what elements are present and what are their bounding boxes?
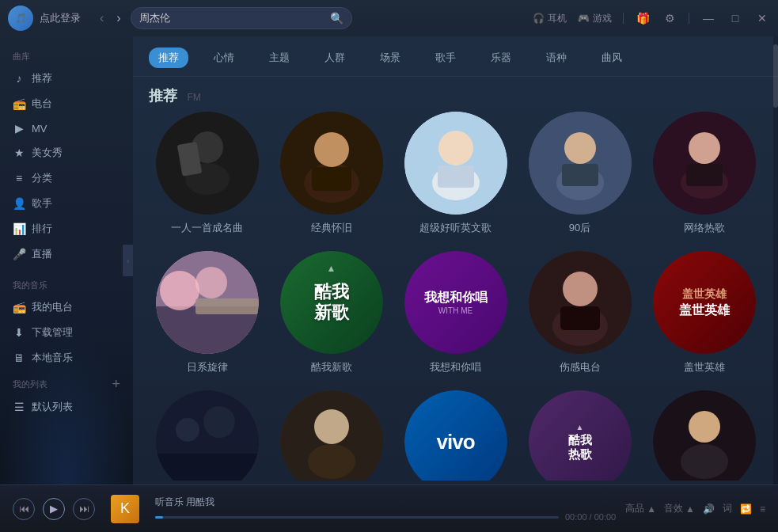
mv-icon: ▶ bbox=[13, 122, 25, 135]
circle-img-13: vivo bbox=[404, 390, 507, 481]
quality-btn[interactable]: 高品 ▲ bbox=[625, 502, 656, 515]
nav-forward-btn[interactable]: › bbox=[113, 8, 123, 28]
svg-point-14 bbox=[564, 132, 596, 164]
item-label-9: 伤感电台 bbox=[560, 360, 601, 374]
default-list-label: 默认列表 bbox=[32, 400, 73, 414]
grid-item-8[interactable]: 我想和你唱 WITH ME 我想和你唱 bbox=[397, 251, 514, 374]
sidebar-item-local[interactable]: 🖥 本地音乐 bbox=[0, 345, 133, 370]
sidebar-item-radio[interactable]: 📻 电台 bbox=[0, 91, 133, 116]
sidebar-item-mv[interactable]: ▶ MV bbox=[0, 116, 133, 140]
loop-btn[interactable]: 🔁 bbox=[740, 504, 752, 515]
svg-rect-11 bbox=[438, 165, 474, 188]
headphone-label: 耳机 bbox=[548, 12, 567, 25]
sidebar-item-live[interactable]: 🎤 直播 bbox=[0, 241, 133, 267]
sound-effect-btn[interactable]: 音效 ▲ bbox=[664, 502, 695, 515]
svg-point-6 bbox=[314, 132, 349, 167]
tab-scene[interactable]: 场景 bbox=[370, 48, 410, 68]
grid-item-13[interactable]: vivo bbox=[397, 390, 514, 481]
grid-row-1: 一人一首成名曲 经典怀旧 bbox=[141, 112, 770, 235]
gift-btn[interactable]: 🎁 bbox=[635, 10, 651, 26]
item-label-3: 超级好听英文歌 bbox=[419, 221, 491, 235]
my-radio-label: 我的电台 bbox=[32, 300, 73, 314]
volume-btn[interactable]: 🔊 bbox=[703, 504, 715, 515]
svg-rect-19 bbox=[686, 164, 723, 186]
recommend-icon: ♪ bbox=[13, 72, 25, 85]
player-bar: ⏮ ▶ ⏭ K 听音乐 用酷我 00:00 / 00:00 高品 ▲ 音效 ▲ … bbox=[0, 484, 778, 532]
quality-chevron: ▲ bbox=[647, 504, 656, 515]
playlist-btn[interactable]: ≡ bbox=[760, 504, 765, 515]
search-icon[interactable]: 🔍 bbox=[330, 12, 343, 25]
grid-item-1[interactable]: 一人一首成名曲 bbox=[149, 112, 265, 235]
download-icon: ⬇ bbox=[13, 326, 25, 339]
nav-back-btn[interactable]: ‹ bbox=[97, 8, 107, 28]
section-title: 推荐 bbox=[149, 88, 177, 104]
sidebar-item-chart[interactable]: 📊 排行 bbox=[0, 216, 133, 241]
circle-img-11 bbox=[156, 390, 259, 481]
svg-point-22 bbox=[160, 271, 199, 310]
grid-item-12[interactable] bbox=[273, 390, 389, 481]
grid-item-15[interactable] bbox=[646, 390, 762, 481]
scrollbar-track[interactable] bbox=[773, 36, 778, 484]
grid-row-2: 日系旋律 酷我 新歌 ▲ 酷我新歌 bbox=[141, 251, 770, 374]
svg-rect-7 bbox=[312, 167, 351, 191]
progress-bar[interactable] bbox=[155, 516, 559, 519]
circle-img-12 bbox=[280, 390, 383, 481]
my-radio-icon: 📻 bbox=[13, 301, 25, 314]
grid-item-6[interactable]: 日系旋律 bbox=[149, 251, 265, 374]
svg-point-31 bbox=[203, 406, 235, 438]
tab-recommend[interactable]: 推荐 bbox=[149, 48, 188, 68]
lyrics-btn[interactable]: 词 bbox=[723, 502, 732, 515]
tab-mood[interactable]: 心情 bbox=[204, 48, 244, 68]
tab-theme[interactable]: 主题 bbox=[260, 48, 299, 68]
grid-item-11[interactable] bbox=[149, 390, 265, 481]
grid-item-5[interactable]: 网络热歌 bbox=[646, 112, 762, 235]
next-btn[interactable]: ⏭ bbox=[73, 498, 95, 520]
minimize-btn[interactable]: — bbox=[700, 10, 716, 26]
item-label-5: 网络热歌 bbox=[684, 221, 725, 235]
section-header: 推荐 FM bbox=[133, 77, 778, 112]
sidebar-collapse-btn[interactable]: ‹ bbox=[123, 245, 133, 276]
svg-point-38 bbox=[689, 411, 720, 443]
playlist-icon: ≡ bbox=[760, 504, 765, 515]
grid-item-2[interactable]: 经典怀旧 bbox=[273, 112, 389, 235]
grid-item-3[interactable]: 超级好听英文歌 bbox=[397, 112, 514, 235]
tab-instrument[interactable]: 乐器 bbox=[481, 48, 521, 68]
maximize-btn[interactable]: □ bbox=[727, 10, 743, 26]
headphone-group[interactable]: 🎧 耳机 bbox=[533, 12, 567, 25]
grid-item-9[interactable]: 伤感电台 bbox=[522, 251, 638, 374]
headphone-icon: 🎧 bbox=[533, 13, 545, 24]
tab-genre[interactable]: 语种 bbox=[537, 48, 576, 68]
grid-item-7[interactable]: 酷我 新歌 ▲ 酷我新歌 bbox=[273, 251, 389, 374]
title-bar-right: 🎧 耳机 🎮 游戏 🎁 ⚙ — □ ✕ bbox=[533, 10, 770, 26]
tab-style[interactable]: 曲风 bbox=[592, 48, 632, 68]
svg-point-35 bbox=[314, 409, 349, 444]
tab-singer[interactable]: 歌手 bbox=[426, 48, 465, 68]
app-logo: 🎵 bbox=[8, 6, 33, 31]
search-input[interactable] bbox=[139, 13, 330, 25]
play-btn[interactable]: ▶ bbox=[43, 498, 65, 520]
grid-item-10[interactable]: 盖世英雄 盖世英雄 盖世英雄 bbox=[646, 251, 762, 374]
grid-item-14[interactable]: ▲ 酷我热歌 bbox=[522, 390, 638, 481]
sidebar-item-recommend[interactable]: ♪ 推荐 bbox=[0, 66, 133, 91]
scrollbar-thumb[interactable] bbox=[773, 44, 778, 108]
circle-img-14: ▲ 酷我热歌 bbox=[529, 390, 632, 481]
prev-btn[interactable]: ⏮ bbox=[13, 498, 35, 520]
category-icon: ≡ bbox=[13, 172, 25, 184]
item-label-10: 盖世英雄 bbox=[684, 360, 725, 374]
sidebar-item-my-radio[interactable]: 📻 我的电台 bbox=[0, 294, 133, 320]
sidebar-item-category[interactable]: ≡ 分类 bbox=[0, 165, 133, 191]
grid-item-4[interactable]: 90后 bbox=[522, 112, 638, 235]
list-icon: ☰ bbox=[13, 401, 25, 413]
close-btn[interactable]: ✕ bbox=[754, 10, 770, 26]
sidebar-item-beauty[interactable]: ★ 美女秀 bbox=[0, 140, 133, 165]
game-group[interactable]: 🎮 游戏 bbox=[578, 12, 612, 25]
tab-group[interactable]: 人群 bbox=[315, 48, 355, 68]
svg-point-27 bbox=[563, 272, 598, 306]
item-label-1: 一人一首成名曲 bbox=[171, 221, 243, 235]
circle-img-1 bbox=[156, 112, 259, 215]
download-label: 下载管理 bbox=[32, 325, 73, 340]
sidebar-item-singer[interactable]: 👤 歌手 bbox=[0, 191, 133, 216]
sidebar-item-default-list[interactable]: ☰ 默认列表 bbox=[0, 394, 133, 420]
sidebar-item-download[interactable]: ⬇ 下载管理 bbox=[0, 320, 133, 345]
settings-btn[interactable]: ⚙ bbox=[662, 10, 677, 26]
